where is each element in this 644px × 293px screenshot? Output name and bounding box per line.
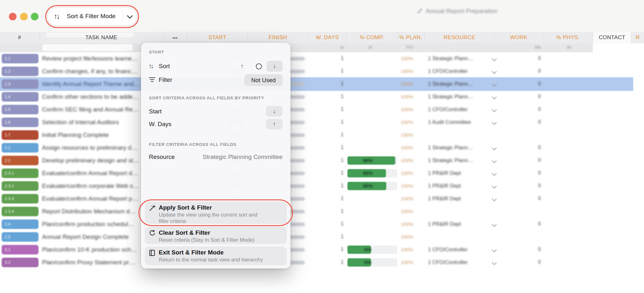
wdays-value: 1 — [315, 247, 344, 252]
circle-icon — [256, 63, 262, 69]
chevron-down-icon[interactable] — [492, 146, 497, 151]
task-wbs-number: 1.4 — [5, 94, 10, 99]
task-row[interactable]: 1.1Review project file/lessons learne…11… — [0, 52, 644, 65]
action-title: Clear Sort & Filter — [159, 229, 210, 236]
work-value: 0 — [514, 145, 541, 150]
pct-plan-value: 100% — [384, 132, 413, 138]
task-id-chip[interactable]: 2.4 — [2, 219, 38, 229]
chevron-down-icon[interactable] — [492, 107, 497, 112]
chevron-down-icon[interactable] — [492, 120, 497, 125]
task-row[interactable]: 3.2Plan/confirm Proxy Statement pr…16%10… — [0, 256, 644, 269]
task-wbs-number: 1.7 — [5, 132, 10, 137]
resource-cell[interactable]: 1 Audit Committee — [428, 119, 486, 125]
chevron-down-icon[interactable] — [492, 197, 497, 202]
chevron-down-icon[interactable] — [492, 184, 497, 189]
sort-criterion-direction-button[interactable]: ↓ — [266, 106, 283, 117]
chevron-down-icon[interactable] — [492, 69, 497, 74]
pct-plan-value: 100% — [384, 196, 413, 201]
chevron-down-icon[interactable] — [492, 56, 497, 61]
work-value: 0 — [514, 106, 541, 112]
task-id-chip[interactable]: 1.2 — [2, 67, 38, 76]
wdays-value: 1 — [315, 132, 344, 138]
resource-cell[interactable]: 1 Strategic Plann… — [428, 157, 486, 163]
sort-filter-popover: START ↑↓ Sort ↑ ↓ Filter Not Used SORT C… — [141, 43, 290, 268]
task-id-chip[interactable]: 1.4 — [2, 92, 38, 102]
task-id-chip[interactable]: 1.1 — [2, 54, 38, 63]
task-id-chip[interactable]: 2.3.1 — [2, 168, 38, 178]
sort-ascending-option[interactable]: ↑ — [236, 61, 248, 72]
task-id-chip[interactable]: 2.3.2 — [2, 181, 38, 191]
task-row[interactable]: 2.1Assign resources to preliminary d…110… — [0, 141, 644, 154]
filter-not-used-button[interactable]: Not Used — [244, 74, 283, 86]
chevron-down-icon[interactable] — [492, 95, 497, 100]
task-id-chip[interactable]: 3.2 — [2, 258, 38, 267]
task-row[interactable]: 1.3Identify Annual Report Theme and…1100… — [0, 78, 644, 90]
sort-descending-option-selected[interactable]: ↓ — [267, 61, 283, 72]
task-id-chip[interactable]: 1.3 — [2, 79, 38, 89]
action-subtitle: Update the view using the current sort a… — [159, 211, 267, 224]
resource-cell[interactable]: 1 PR&IR Dept — [428, 183, 486, 189]
work-value: 0 — [514, 94, 541, 99]
task-id-chip[interactable]: 2.1 — [2, 143, 38, 153]
resource-cell[interactable]: 1 CFO/Controller — [428, 259, 486, 265]
task-wbs-number: 1.3 — [5, 82, 10, 86]
task-row[interactable]: 2.3.3Evaluate/confirm Annual Report p…11… — [0, 192, 644, 205]
chevron-down-icon[interactable] — [492, 260, 497, 265]
wdays-value: 1 — [315, 145, 344, 150]
task-id-chip[interactable]: 2.3.4 — [2, 207, 38, 216]
task-id-chip[interactable]: 1.5 — [2, 105, 38, 114]
task-row[interactable]: 1.5Confirm SEC filing and Annual Re…1100… — [0, 103, 644, 116]
filter-criterion-value[interactable]: Strategic Planning Committee — [189, 154, 283, 161]
task-row[interactable]: 2.3.2Evaluate/confirm corporate Web s…18… — [0, 180, 644, 192]
wdays-value: 1 — [315, 94, 344, 99]
exit-sort-filter-mode-button[interactable]: Exit Sort & Filter Mode Return to the no… — [145, 247, 287, 265]
pct-plan-value: 100% — [384, 234, 413, 239]
pct-plan-value: 100% — [384, 107, 413, 112]
resource-cell[interactable]: 1 Strategic Plann… — [428, 55, 486, 61]
progress-label: 98% — [355, 158, 381, 163]
resource-cell[interactable]: 1 CFO/Controller — [428, 68, 486, 74]
wdays-value: 1 — [315, 81, 344, 87]
task-wbs-number: 3.1 — [5, 247, 10, 252]
work-value: 0 — [514, 81, 541, 87]
sort-criterion-field: W. Days — [149, 121, 172, 128]
resource-cell[interactable]: 1 CFO/Controller — [428, 106, 486, 112]
task-row[interactable]: 2.2Develop preliminary design and st…198… — [0, 154, 644, 167]
resource-cell[interactable]: 1 PR&IR Dept — [428, 170, 486, 176]
task-row[interactable]: 1.7Initial Planning Complete1100% — [0, 129, 644, 141]
chevron-down-icon[interactable] — [492, 171, 497, 176]
chevron-down-icon[interactable] — [492, 247, 497, 253]
task-row[interactable]: 2.4Plan/confirm production schedul…1100%… — [0, 218, 644, 231]
task-id-chip[interactable]: 1.6 — [2, 118, 38, 127]
task-wbs-number: 1.1 — [5, 56, 10, 61]
resource-cell[interactable]: 1 PR&IR Dept — [428, 196, 486, 202]
task-row[interactable]: 2.3.1Evaluate/confirm Annual Report d…18… — [0, 167, 644, 180]
task-id-chip[interactable]: 2.3.3 — [2, 194, 38, 204]
chevron-down-icon[interactable] — [492, 222, 497, 227]
filter-criterion-field: Resource — [149, 154, 175, 161]
resource-cell[interactable]: 1 Strategic Plann… — [428, 94, 486, 100]
task-row[interactable]: 1.4Confirm other sections to be adde…110… — [0, 90, 644, 103]
pct-plan-value: 100% — [384, 68, 413, 74]
apply-sort-filter-button[interactable]: Apply Sort & Filter Update the view usin… — [145, 202, 287, 224]
task-id-chip[interactable]: 1.7 — [2, 130, 38, 140]
task-id-chip[interactable]: 2.5 — [2, 232, 38, 242]
sort-row-label: Sort — [159, 63, 170, 70]
task-row[interactable]: 2.5Annual Report Design Complete1100% — [0, 231, 644, 243]
resource-cell[interactable]: 1 CFO/Controller — [428, 247, 486, 253]
resource-cell[interactable]: 1 PR&IR Dept — [428, 221, 486, 227]
task-row[interactable]: 1.2Confirm changes, if any, to financ…11… — [0, 65, 644, 78]
task-id-chip[interactable]: 3.1 — [2, 245, 38, 254]
task-row[interactable]: 2.3.4Report Distribution Mechanism d…110… — [0, 205, 644, 218]
sort-criterion-direction-button[interactable]: ↑ — [266, 119, 283, 129]
task-table-body: 1.1Review project file/lessons learne…11… — [0, 0, 644, 293]
task-id-chip[interactable]: 2.2 — [2, 156, 38, 165]
resource-cell[interactable]: 1 Strategic Plann… — [428, 81, 486, 87]
task-row[interactable]: 3.1Plan/confirm 10-K production sch…16%1… — [0, 243, 644, 256]
resource-cell[interactable]: 1 Strategic Plann… — [428, 145, 486, 151]
work-value: 0 — [514, 68, 541, 74]
task-row[interactable]: 1.6Selection of Internal Auditors1100%1 … — [0, 116, 644, 129]
clear-sort-filter-button[interactable]: Clear Sort & Filter Reset criteria (Stay… — [145, 227, 287, 244]
chevron-down-icon[interactable] — [492, 158, 497, 163]
sort-none-option[interactable] — [253, 61, 264, 72]
